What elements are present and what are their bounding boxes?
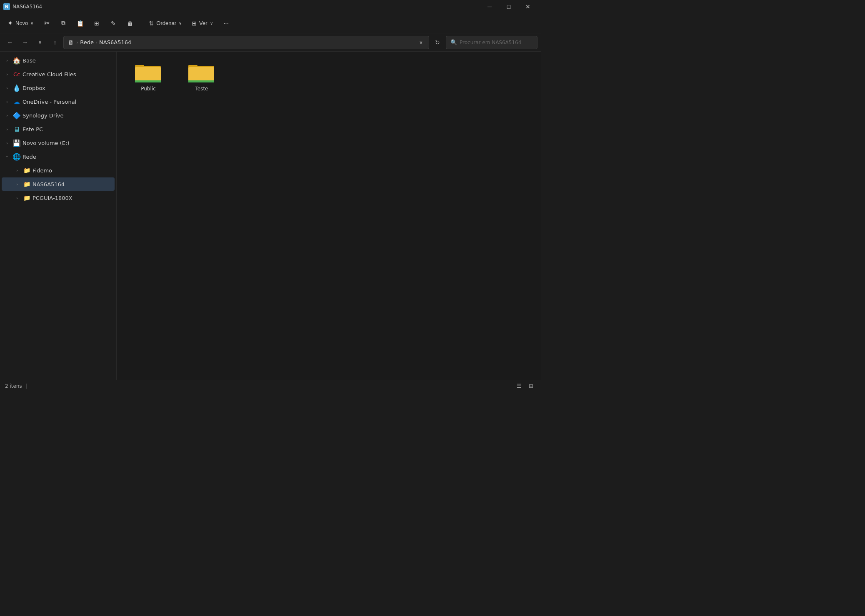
cut-button[interactable]: ✂ — [39, 16, 54, 31]
sidebar-item-label: Este PC — [22, 126, 43, 132]
address-home-icon: 🖥 — [68, 39, 74, 46]
statusbar-info: 2 itens | — [5, 383, 27, 389]
breadcrumb-separator2: › — [95, 39, 98, 45]
copy2-button[interactable]: ⊞ — [89, 16, 104, 31]
sidebar-item-synology[interactable]: › 🔷 Synology Drive - — [2, 109, 115, 122]
title-bar: N NAS6A5164 ─ □ ✕ — [0, 0, 541, 13]
sidebar-item-dropbox[interactable]: › 💧 Dropbox — [2, 81, 115, 95]
recent-button[interactable]: ∨ — [33, 36, 47, 49]
sidebar-item-pcguia[interactable]: › 📁 PCGUIA-1800X — [2, 191, 115, 205]
synology-icon: 🔷 — [12, 111, 21, 120]
rede-icon: 🌐 — [12, 152, 21, 161]
sidebar-item-fidemo[interactable]: › 📁 Fidemo — [2, 164, 115, 177]
breadcrumb-separator1: › — [76, 39, 78, 45]
sidebar-item-label: Base — [22, 57, 36, 64]
estepc-icon: 🖥 — [12, 125, 21, 133]
svg-rect-7 — [188, 80, 214, 82]
sidebar-item-onedrive[interactable]: › ☁ OneDrive - Personal — [2, 95, 115, 108]
new-button[interactable]: ✦ Novo ∨ — [3, 16, 38, 31]
folder-public-label: Public — [141, 86, 156, 92]
list-view-button[interactable]: ☰ — [514, 381, 524, 391]
window-controls: ─ □ ✕ — [480, 0, 538, 13]
more-button[interactable]: ··· — [219, 16, 234, 31]
sidebar-item-rede[interactable]: › 🌐 Rede — [2, 150, 115, 163]
chevron-icon: › — [3, 153, 11, 160]
order-sort-icon: ⇅ — [149, 20, 154, 27]
order-button[interactable]: ⇅ Ordenar ∨ — [145, 16, 186, 31]
cut-icon: ✂ — [44, 19, 50, 27]
sidebar: › 🏠 Base › Cc Creative Cloud Files › 💧 D… — [0, 52, 117, 380]
sidebar-item-nas6a5164[interactable]: › 📁 NAS6A5164 — [2, 177, 115, 191]
nas-folder-icon: 📁 — [22, 180, 31, 188]
order-label: Ordenar — [156, 20, 176, 26]
dropbox-icon: 💧 — [12, 84, 21, 92]
list-view-icon: ☰ — [517, 383, 522, 389]
copy-icon: ⧉ — [61, 20, 65, 27]
copy-button[interactable]: ⧉ — [56, 16, 71, 31]
statusbar-cursor: | — [25, 383, 27, 389]
refresh-icon: ↻ — [435, 39, 440, 46]
folder-teste-label: Teste — [195, 86, 208, 92]
view-button[interactable]: ⊞ Ver ∨ — [188, 16, 217, 31]
sidebar-item-novovolume[interactable]: › 💾 Novo volume (E:) — [2, 136, 115, 150]
sidebar-item-creative-cloud[interactable]: › Cc Creative Cloud Files — [2, 67, 115, 81]
forward-button[interactable]: → — [18, 36, 32, 49]
base-icon: 🏠 — [12, 56, 21, 65]
toolbar-divider — [141, 18, 141, 28]
close-button[interactable]: ✕ — [518, 0, 538, 13]
address-box[interactable]: 🖥 › Rede › NAS6A5164 ∨ — [63, 36, 429, 49]
refresh-button[interactable]: ↻ — [431, 36, 444, 49]
back-icon: ← — [7, 39, 13, 46]
novovolume-icon: 💾 — [12, 139, 21, 147]
chevron-icon: › — [3, 112, 11, 119]
sidebar-item-label: PCGUIA-1800X — [32, 195, 72, 201]
view-label: Ver — [199, 20, 208, 26]
paste-button[interactable]: 📋 — [72, 16, 88, 31]
chevron-icon: › — [3, 84, 11, 92]
minimize-button[interactable]: ─ — [480, 0, 499, 13]
onedrive-icon: ☁ — [12, 97, 21, 106]
sidebar-item-label: Fidemo — [32, 167, 52, 174]
delete-icon: 🗑 — [127, 20, 133, 27]
folder-teste-icon — [188, 62, 215, 83]
sidebar-item-label: Creative Cloud Files — [22, 71, 76, 77]
copy2-icon: ⊞ — [94, 20, 99, 27]
creative-cloud-icon: Cc — [12, 70, 21, 78]
chevron-icon: › — [13, 180, 21, 188]
folder-teste[interactable]: Teste — [177, 58, 227, 95]
svg-rect-6 — [188, 67, 214, 82]
svg-rect-3 — [135, 80, 161, 82]
up-button[interactable]: ↑ — [48, 36, 62, 49]
address-expand-button[interactable]: ∨ — [418, 40, 425, 45]
maximize-button[interactable]: □ — [499, 0, 518, 13]
sidebar-item-label: Rede — [22, 154, 36, 160]
recent-chevron-icon: ∨ — [38, 40, 42, 45]
breadcrumb-rede[interactable]: Rede — [80, 39, 94, 45]
delete-button[interactable]: 🗑 — [122, 16, 138, 31]
breadcrumb-nas[interactable]: NAS6A5164 — [99, 39, 131, 45]
grid-view-button[interactable]: ⊞ — [526, 381, 536, 391]
back-button[interactable]: ← — [3, 36, 17, 49]
sidebar-item-label: OneDrive - Personal — [22, 99, 76, 105]
toolbar: ✦ Novo ∨ ✂ ⧉ 📋 ⊞ ✎ 🗑 ⇅ Ordenar ∨ ⊞ Ver ∨… — [0, 13, 541, 33]
folder-public[interactable]: Public — [123, 58, 173, 95]
statusbar-view-controls: ☰ ⊞ — [514, 381, 536, 391]
sidebar-item-label: Dropbox — [22, 85, 45, 91]
new-icon: ✦ — [8, 19, 13, 27]
rename-button[interactable]: ✎ — [106, 16, 121, 31]
up-icon: ↑ — [54, 39, 57, 46]
sidebar-item-estepc[interactable]: › 🖥 Este PC — [2, 122, 115, 136]
svg-rect-2 — [135, 67, 161, 82]
statusbar: 2 itens | ☰ ⊞ — [0, 380, 541, 392]
app-icon: N — [3, 3, 10, 10]
sidebar-item-label: Novo volume (E:) — [22, 140, 70, 146]
search-box[interactable]: 🔍 Procurar em NAS6A5164 — [446, 36, 538, 49]
chevron-icon: › — [3, 57, 11, 64]
addressbar: ← → ∨ ↑ 🖥 › Rede › NAS6A5164 ∨ ↻ 🔍 Procu… — [0, 33, 541, 52]
forward-icon: → — [22, 39, 28, 46]
folder-public-icon — [135, 62, 162, 83]
sidebar-item-base[interactable]: › 🏠 Base — [2, 54, 115, 67]
breadcrumb: › Rede › NAS6A5164 — [76, 39, 131, 45]
chevron-icon: › — [3, 98, 11, 105]
window-title: NAS6A5164 — [12, 4, 42, 10]
